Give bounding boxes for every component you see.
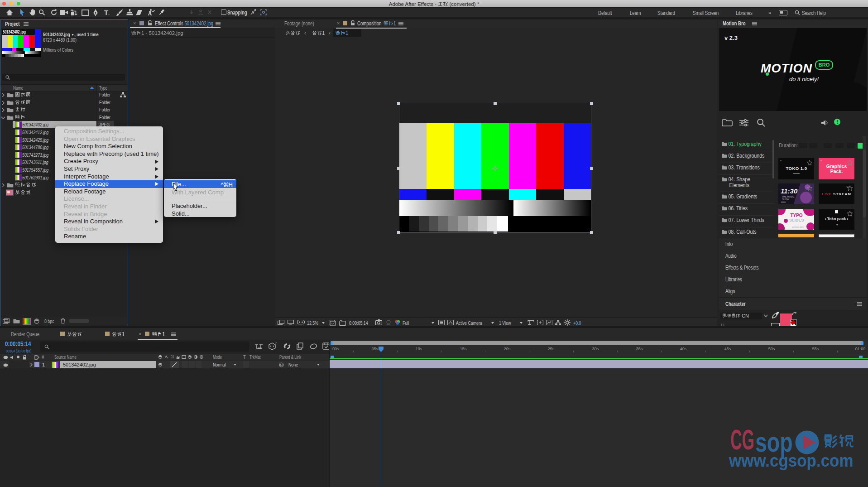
svg-text:fx: fx xyxy=(177,356,180,360)
